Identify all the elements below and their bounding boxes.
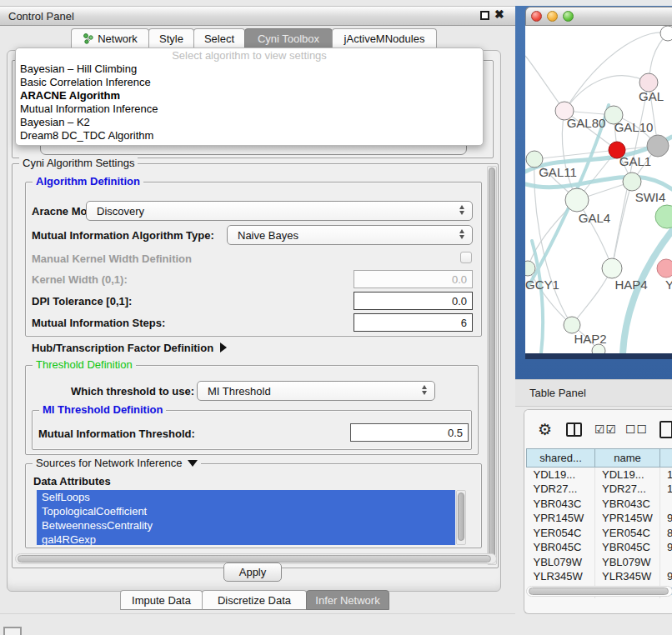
cell [660,497,672,512]
table-row[interactable]: YDL19... YDL19... 13 [527,468,672,482]
node-label: SWI4 [635,190,666,204]
cell: YBR043C [527,497,595,512]
kernel-width-field[interactable]: 0.0 [354,270,473,288]
tab-jactivemnodules-label: jActiveMNodules [344,32,425,45]
float-window-icon[interactable] [480,11,489,20]
node [655,205,672,228]
aracne-mode-select[interactable]: Discovery [86,201,473,221]
mi-steps-field[interactable]: 6 [354,313,473,332]
node [660,26,672,41]
popup-item[interactable]: Mutual Information Inference [16,102,483,116]
node [565,188,589,212]
top-tab-bar: Network Style Select Cyni Toolbox jActiv… [72,28,437,48]
hub-definition-toggle[interactable]: Hub/Transcription Factor Definition [32,340,227,355]
column-header-name[interactable]: name [595,449,660,468]
tab-discretize-data[interactable]: Discretize Data [202,590,307,610]
mi-algorithm-type-select[interactable]: Naive Bayes [227,225,473,245]
column-header-shared[interactable]: shared... [527,449,595,468]
popup-item[interactable]: Bayesian – K2 [16,116,483,129]
tab-infer-network[interactable]: Infer Network [306,590,389,610]
node-label: GCY1 [525,278,559,292]
sources-title-row[interactable]: Sources for Network Inference [33,457,201,469]
popup-placeholder: Select algorithm to view settings [16,48,483,62]
popup-item-highlighted[interactable]: ARACNE Algorithm [16,89,483,102]
tab-impute-data[interactable]: Impute Data [120,590,203,610]
kernel-width-label: Kernel Width (0,1): [32,273,128,286]
tab-jactivemnodules[interactable]: jActiveMNodules [332,28,437,48]
minimize-traffic-icon[interactable] [547,11,558,22]
network-window: GAL GAL80 GAL10 GAL1 GAL11 SWI4 GAL4 GCY… [525,7,672,359]
which-threshold-label: Which threshold to use: [71,385,194,398]
control-panel: Control Panel ✖ Network Style Select Cyn… [0,0,515,635]
network-icon [83,33,93,44]
settings-group-title: Cyni Algorithm Settings [19,157,138,169]
attribute-item-selected[interactable]: TopologicalCoefficient [37,504,455,518]
network-node-labels: GAL GAL80 GAL10 GAL1 GAL11 SWI4 GAL4 GCY… [525,89,672,346]
checked-boxes-icon[interactable]: ☑☑ [594,422,617,436]
tab-select-label: Select [204,32,234,45]
mi-threshold-field[interactable]: 0.5 [350,423,469,442]
which-threshold-value: MI Threshold [208,385,271,398]
attribute-item-selected[interactable]: SelfLoops [37,490,455,504]
attribute-item-selected[interactable]: BetweennessCentrality [37,518,455,532]
settings-vscrollbar[interactable] [487,166,497,565]
threshold-definition-title: Threshold Definition [33,358,136,371]
column-header-partial[interactable] [660,449,672,468]
which-threshold-select[interactable]: MI Threshold [197,381,435,401]
zoom-traffic-icon[interactable] [563,11,574,22]
attributes-vscrollbar[interactable] [456,490,466,545]
tab-style[interactable]: Style [148,28,194,48]
cell: YER054C [595,526,660,541]
table-row[interactable]: YBR043C YBR043C [527,497,672,512]
columns-icon[interactable] [566,422,582,437]
dpi-tolerance-label: DPI Tolerance [0,1]: [32,295,132,308]
popup-item[interactable]: Bayesian – Hill Climbing [16,62,483,76]
table-panel-title: Table Panel [529,387,586,399]
tab-network-label: Network [98,32,138,45]
hub-definition-label: Hub/Transcription Factor Definition [32,342,213,354]
node-table: shared... name YDL19... YDL19... 13 YDR2… [526,448,672,598]
tab-cyni-toolbox[interactable]: Cyni Toolbox [244,28,333,48]
node-label: Y [665,278,672,292]
node-label: GAL80 [567,116,606,130]
apply-button[interactable]: Apply [223,562,282,582]
manual-kernel-checkbox[interactable] [460,252,472,263]
table-row[interactable]: YPR145W YPR145W 9. [527,511,672,526]
control-panel-titlebar: Control Panel [0,6,515,26]
close-icon[interactable]: ✖ [494,8,504,21]
popup-item[interactable]: Basic Correlation Inference [16,76,483,89]
spinner-icon [422,385,427,395]
gear-icon[interactable]: ⚙ [538,420,552,438]
cell: YDL19... [527,468,595,482]
document-icon[interactable] [659,421,672,438]
dpi-tolerance-field[interactable]: 0.0 [354,292,473,310]
table-toolbar: ⚙ ☑☑ ☐☐ [524,410,672,448]
close-traffic-icon[interactable] [531,11,542,22]
attribute-item-selected[interactable]: gal4RGexp [37,532,455,545]
algorithm-definition-title: Algorithm Definition [33,175,143,188]
table-row[interactable]: YDR27... YDR27... 12 [527,482,672,497]
cell [660,555,672,570]
aracne-mode-value: Discovery [97,205,144,218]
tab-infer-network-label: Infer Network [315,594,379,607]
corner-button-partial[interactable] [3,627,22,635]
mi-steps-value: 6 [461,317,467,329]
node [602,258,622,278]
kernel-width-value: 0.0 [452,273,467,286]
table-row[interactable]: YBR045C YBR045C 9. [527,540,672,555]
node-label: HAP2 [574,332,606,346]
table-hscrollbar[interactable] [526,586,672,597]
cell: 8. [660,526,672,541]
table-row[interactable]: YLR345W YLR345W 9. [527,569,672,584]
tab-network[interactable]: Network [71,28,149,48]
node-label: HAP4 [614,278,647,292]
popup-item[interactable]: Dream8 DC_TDC Algorithm [16,129,483,142]
unchecked-boxes-icon[interactable]: ☐☐ [625,422,648,436]
table-row[interactable]: YBL079W YBL079W [527,555,672,570]
cell: YBR045C [527,540,595,555]
table-row[interactable]: YER054C YER054C 8. [527,526,672,541]
node-label: GAL11 [539,165,577,179]
tab-select[interactable]: Select [193,28,245,48]
network-canvas[interactable]: GAL GAL80 GAL10 GAL1 GAL11 SWI4 GAL4 GCY… [525,26,672,353]
cell: 9. [660,511,672,526]
